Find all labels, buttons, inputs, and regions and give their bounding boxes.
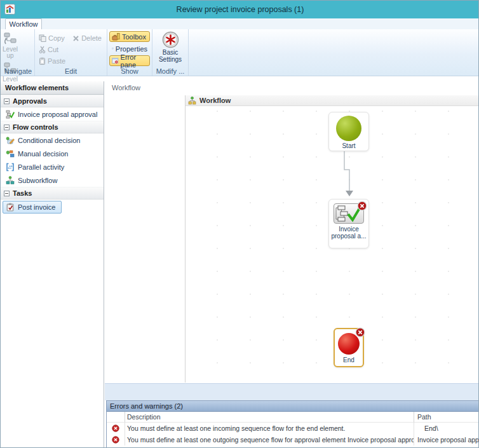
ribbon-group-modify: Basic Settings Modify ... xyxy=(152,29,189,76)
path-column-header[interactable]: Path xyxy=(414,412,479,423)
title-bar: Review project invoice proposals (1) xyxy=(1,1,479,18)
properties-label: Properties xyxy=(116,45,147,53)
paste-button[interactable]: Paste xyxy=(39,55,65,66)
cut-icon xyxy=(39,46,46,53)
delete-button[interactable]: Delete xyxy=(72,33,102,44)
cut-button[interactable]: Cut xyxy=(39,44,58,55)
workflow-canvas: Workflow Start xyxy=(185,95,479,383)
properties-icon xyxy=(112,44,114,53)
collapse-icon[interactable] xyxy=(4,98,10,104)
description-column-header[interactable]: Description xyxy=(125,412,414,423)
ribbon-tab-row: Workflow xyxy=(1,18,479,29)
start-circle xyxy=(336,116,361,141)
error-icon xyxy=(112,424,119,432)
subworkflow-icon xyxy=(6,176,15,185)
section-tasks[interactable]: Tasks xyxy=(1,187,104,200)
toolbox-icon xyxy=(112,32,120,41)
sidebar-item-conditional-decision[interactable]: Conditional decision xyxy=(1,133,104,147)
end-label: End xyxy=(335,356,363,363)
section-tasks-label: Tasks xyxy=(13,187,32,200)
splitter-strip[interactable] xyxy=(105,383,479,400)
item-label: Parallel activity xyxy=(18,163,64,171)
workflow-editor-window: Review project invoice proposals (1) Wor… xyxy=(0,0,479,448)
collapse-icon[interactable] xyxy=(4,191,10,196)
paste-icon xyxy=(39,57,46,65)
sidebar-item-subworkflow[interactable]: Subworkflow xyxy=(1,173,104,187)
approval-icon xyxy=(6,110,15,119)
error-badge-icon xyxy=(355,327,365,337)
level-up-label: Level up xyxy=(3,46,18,59)
tab-workflow[interactable]: Workflow xyxy=(5,18,42,29)
ribbon-group-edit: Copy Delete Cut xyxy=(35,29,107,76)
paste-label: Paste xyxy=(48,57,65,65)
post-invoice-icon xyxy=(6,203,15,212)
delete-icon xyxy=(72,35,79,42)
copy-label: Copy xyxy=(48,34,65,42)
errors-panel-header: Errors and warnings (2) xyxy=(107,401,479,412)
workflow-hierarchy-icon xyxy=(188,97,196,105)
sidebar-item-invoice-proposal-approval[interactable]: Invoice proposal approval xyxy=(1,107,104,121)
basic-settings-icon xyxy=(162,31,179,48)
section-approvals[interactable]: Approvals xyxy=(1,95,104,107)
error-description: You must define at least one outgoing se… xyxy=(125,434,414,445)
level-up-button[interactable]: Level up xyxy=(3,31,18,59)
sidebar-item-post-invoice[interactable]: Post invoice xyxy=(3,201,104,214)
errors-and-warnings-panel: Errors and warnings (2) Description Path… xyxy=(106,400,479,448)
ribbon: Level up Level down Navigate xyxy=(1,29,479,76)
modify-group-label: Modify ... xyxy=(152,67,188,75)
error-row[interactable]: You must define at least one outgoing se… xyxy=(107,434,479,445)
properties-button[interactable]: Properties xyxy=(109,43,150,54)
show-group-label: Show xyxy=(107,67,152,75)
conditional-decision-icon xyxy=(6,136,15,145)
copy-button[interactable]: Copy xyxy=(39,32,65,43)
window-title: Review project invoice proposals (1) xyxy=(1,1,479,18)
node-end[interactable]: End xyxy=(334,328,364,367)
basic-settings-label: Basic Settings xyxy=(152,49,188,63)
error-row[interactable]: You must define at least one incoming se… xyxy=(107,423,479,434)
error-icon xyxy=(112,436,119,444)
section-flow-controls-label: Flow controls xyxy=(13,121,58,133)
error-pane-label: Error pane xyxy=(121,53,147,69)
workflow-elements-panel: Workflow elements Approvals Invoice prop… xyxy=(1,81,104,448)
canvas-body[interactable]: Start Invoice proposal a... xyxy=(186,106,479,382)
cut-label: Cut xyxy=(48,46,58,53)
start-label: Start xyxy=(329,142,368,149)
delete-label: Delete xyxy=(81,34,102,42)
workflow-elements-header: Workflow elements xyxy=(1,81,104,95)
toolbox-label: Toolbox xyxy=(122,33,146,41)
node-start[interactable]: Start xyxy=(328,112,369,151)
navigate-group-label: Navigate xyxy=(2,67,34,75)
error-pane-button[interactable]: Error pane xyxy=(109,55,150,66)
basic-settings-button[interactable]: Basic Settings xyxy=(152,31,188,63)
ribbon-group-show: Toolbox Properties Error pane xyxy=(107,29,152,76)
copy-icon xyxy=(39,34,46,42)
section-approvals-label: Approvals xyxy=(13,95,47,107)
sidebar-item-parallel-activity[interactable]: Parallel activity xyxy=(1,160,104,173)
error-description: You must define at least one incoming se… xyxy=(125,423,414,434)
canvas-header: Workflow xyxy=(186,95,479,106)
error-pane-icon xyxy=(112,57,119,65)
manual-decision-icon xyxy=(6,149,15,158)
error-path: Invoice proposal appr xyxy=(414,434,479,445)
toolbox-button[interactable]: Toolbox xyxy=(109,31,150,42)
approval-node-label: Invoice proposal a... xyxy=(329,226,368,240)
canvas-header-label: Workflow xyxy=(199,97,231,104)
level-up-icon xyxy=(3,31,17,45)
breadcrumb: Workflow xyxy=(112,84,140,92)
icon-column-header[interactable] xyxy=(107,412,125,423)
item-label: Manual decision xyxy=(18,150,69,158)
ribbon-group-navigate: Level up Level down Navigate xyxy=(2,29,35,76)
errors-table: Description Path You must define at leas… xyxy=(107,412,479,445)
parallel-activity-icon xyxy=(6,163,15,172)
collapse-icon[interactable] xyxy=(4,125,10,130)
item-label: Post invoice xyxy=(18,203,55,211)
edit-group-label: Edit xyxy=(35,67,107,75)
section-flow-controls[interactable]: Flow controls xyxy=(1,121,104,133)
sidebar-item-manual-decision[interactable]: Manual decision xyxy=(1,147,104,160)
node-invoice-proposal-approval[interactable]: Invoice proposal a... xyxy=(328,199,369,248)
error-path: End\ xyxy=(414,423,479,434)
errors-table-header-row: Description Path xyxy=(107,412,479,423)
item-label: Invoice proposal approval xyxy=(18,111,97,118)
item-label: Subworkflow xyxy=(18,177,57,184)
item-label: Conditional decision xyxy=(18,137,80,144)
